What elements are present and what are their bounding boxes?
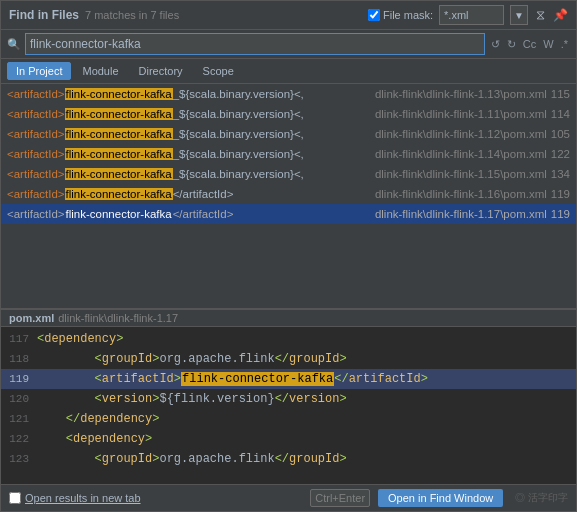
filemask-checkbox[interactable]	[368, 9, 380, 21]
watermark: ◎ 活字印字	[515, 491, 568, 505]
tab-in-project[interactable]: In Project	[7, 62, 71, 80]
result-row[interactable]: <artifactId>flink-connector-kafka_${scal…	[1, 124, 576, 144]
tab-scope[interactable]: Scope	[194, 62, 243, 80]
open-new-tab-checkbox[interactable]	[9, 492, 21, 504]
code-line: 123 <groupId>org.apache.flink</groupId>	[1, 449, 576, 469]
bottom-bar: Open results in new tab Ctrl+Enter Open …	[1, 484, 576, 511]
search-icon: 🔍	[7, 38, 21, 51]
code-line: 118 <groupId>org.apache.flink</groupId>	[1, 349, 576, 369]
search-input[interactable]	[25, 33, 485, 55]
preview-code: 117 <dependency> 118 <groupId>org.apache…	[1, 327, 576, 484]
filemask-dropdown-btn[interactable]: ▼	[510, 5, 528, 25]
result-row-selected[interactable]: <artifactId>flink-connector-kafka</artif…	[1, 204, 576, 224]
result-row[interactable]: <artifactId>flink-connector-kafka</artif…	[1, 184, 576, 204]
result-row[interactable]: <artifactId>flink-connector-kafka_${scal…	[1, 164, 576, 184]
preview-area: pom.xml dlink-flink\dlink-flink-1.17 117…	[1, 309, 576, 484]
results-area[interactable]: <artifactId>flink-connector-kafka_${scal…	[1, 84, 576, 309]
tab-module[interactable]: Module	[73, 62, 127, 80]
open-new-tab-wrapper: Open results in new tab	[9, 492, 141, 504]
tab-directory[interactable]: Directory	[130, 62, 192, 80]
search-bar: 🔍 ↺ ↻ Cc W .*	[1, 30, 576, 59]
code-line: 121 </dependency>	[1, 409, 576, 429]
open-find-window-btn[interactable]: Open in Find Window	[378, 489, 503, 507]
code-line-highlighted: 119 <artifactId>flink-connector-kafka</a…	[1, 369, 576, 389]
filemask-input[interactable]: *.xml	[439, 5, 504, 25]
shortcut-hint: Ctrl+Enter	[310, 489, 370, 507]
word-btn[interactable]: W	[541, 38, 555, 50]
code-line: 117 <dependency>	[1, 329, 576, 349]
preview-breadcrumb: dlink-flink\dlink-flink-1.17	[58, 312, 178, 324]
result-row[interactable]: <artifactId>flink-connector-kafka_${scal…	[1, 104, 576, 124]
filemask-label: File mask:	[383, 9, 433, 21]
panel-title: Find in Files	[9, 8, 79, 22]
pin-btn[interactable]: 📌	[553, 8, 568, 22]
result-row[interactable]: <artifactId>flink-connector-kafka_${scal…	[1, 84, 576, 104]
preview-header: pom.xml dlink-flink\dlink-flink-1.17	[1, 310, 576, 327]
open-new-tab-label[interactable]: Open results in new tab	[25, 492, 141, 504]
filemask-checkbox-wrapper: File mask:	[368, 9, 433, 21]
scope-tabs: In Project Module Directory Scope	[1, 59, 576, 84]
code-line: 120 <version>${flink.version}</version>	[1, 389, 576, 409]
header-bar: Find in Files 7 matches in 7 files File …	[1, 1, 576, 30]
filter-icon-btn[interactable]: ⧖	[534, 7, 547, 23]
prev-match-btn[interactable]: ↺	[489, 38, 502, 51]
match-count: 7 matches in 7 files	[85, 9, 179, 21]
search-actions: ↺ ↻ Cc W .*	[489, 38, 570, 51]
find-in-files-panel: Find in Files 7 matches in 7 files File …	[0, 0, 577, 512]
next-match-btn[interactable]: ↻	[505, 38, 518, 51]
result-row[interactable]: <artifactId>flink-connector-kafka_${scal…	[1, 144, 576, 164]
case-btn[interactable]: Cc	[521, 38, 538, 50]
preview-filename: pom.xml	[9, 312, 54, 324]
code-line: 122 <dependency>	[1, 429, 576, 449]
regex-btn[interactable]: .*	[559, 38, 570, 50]
